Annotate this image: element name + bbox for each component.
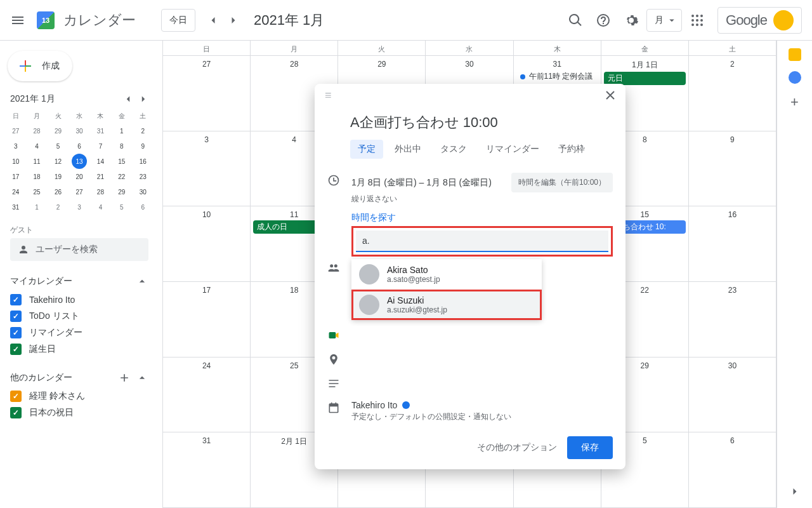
day-cell[interactable]: 6 <box>689 432 776 507</box>
mini-day[interactable]: 25 <box>26 184 47 199</box>
my-calendars-header[interactable]: マイカレンダー <box>5 271 154 291</box>
description-row[interactable] <box>315 372 625 396</box>
calendar-item[interactable]: ToDo リスト <box>5 308 154 324</box>
mini-day[interactable]: 3 <box>5 138 26 154</box>
google-apps-button[interactable] <box>684 8 710 33</box>
create-button[interactable]: 作成 <box>8 51 72 81</box>
event-type-tab[interactable]: リマインダー <box>478 140 547 159</box>
mini-day[interactable]: 11 <box>26 154 47 169</box>
mini-calendar[interactable]: 日月火水木金土272829303112345678910111213141516… <box>5 109 154 215</box>
mini-day[interactable]: 21 <box>90 169 111 184</box>
event-type-tab[interactable]: 予定 <box>350 140 383 159</box>
calendar-checkbox[interactable] <box>10 407 22 418</box>
mini-day[interactable]: 4 <box>90 199 111 215</box>
mini-day[interactable]: 2 <box>133 123 154 138</box>
search-button[interactable] <box>563 8 588 33</box>
mini-day[interactable]: 28 <box>90 184 111 199</box>
add-icon[interactable] <box>118 371 131 384</box>
mini-day[interactable]: 17 <box>5 169 26 184</box>
day-cell[interactable]: 30 <box>689 358 776 432</box>
calendar-checkbox[interactable] <box>10 344 22 355</box>
mini-day[interactable]: 27 <box>69 184 89 199</box>
mini-prev-button[interactable] <box>121 91 136 107</box>
event-chip[interactable]: 午前11時 定例会議 <box>516 70 598 83</box>
day-cell[interactable]: 24 <box>163 358 251 432</box>
help-button[interactable] <box>591 8 616 33</box>
location-row[interactable] <box>315 348 625 372</box>
mini-day[interactable]: 10 <box>5 154 26 169</box>
calendar-item[interactable]: Takehiro Ito <box>5 291 154 308</box>
event-type-tab[interactable]: 外出中 <box>387 140 429 159</box>
mini-next-button[interactable] <box>136 91 151 107</box>
save-button[interactable]: 保存 <box>567 436 613 459</box>
calendar-item[interactable]: 誕生日 <box>5 341 154 358</box>
event-type-tab[interactable]: タスク <box>433 140 475 159</box>
mini-day[interactable]: 23 <box>133 169 154 184</box>
close-button[interactable] <box>600 85 620 105</box>
mini-day[interactable]: 16 <box>133 154 154 169</box>
event-repeat[interactable]: 繰り返さない <box>351 194 613 204</box>
side-panel-add[interactable]: + <box>790 94 799 110</box>
mini-day[interactable]: 9 <box>133 138 154 154</box>
calendar-checkbox[interactable] <box>10 327 22 338</box>
calendar-checkbox[interactable] <box>10 294 22 305</box>
next-period-button[interactable] <box>223 10 244 30</box>
calendar-item[interactable]: 日本の祝日 <box>5 404 154 421</box>
mini-day[interactable]: 24 <box>5 184 26 199</box>
day-cell[interactable]: 17 <box>163 282 251 357</box>
mini-day[interactable]: 6 <box>69 138 89 154</box>
guest-suggestion[interactable]: Ai Suzukia.suzuki@gtest.jp <box>351 290 542 320</box>
mini-day[interactable]: 18 <box>26 169 47 184</box>
view-switcher[interactable]: 月 <box>646 9 682 32</box>
mini-day[interactable]: 12 <box>48 154 69 169</box>
day-cell[interactable]: 2 <box>689 56 776 131</box>
day-cell[interactable]: 3 <box>163 131 251 206</box>
mini-day[interactable]: 30 <box>69 123 89 138</box>
mini-day[interactable]: 15 <box>111 154 132 169</box>
account-avatar[interactable] <box>773 10 794 30</box>
guest-suggestion[interactable]: Akira Satoa.sato@gtest.jp <box>351 259 542 290</box>
add-guests-input[interactable] <box>356 231 608 252</box>
drag-handle-icon[interactable]: ≡ <box>325 89 340 102</box>
mini-day[interactable]: 22 <box>111 169 132 184</box>
guest-search-box[interactable]: ユーザーを検索 <box>10 238 148 261</box>
calendar-item[interactable]: リマインダー <box>5 324 154 341</box>
mini-day[interactable]: 27 <box>5 123 26 138</box>
main-menu-button[interactable] <box>5 8 30 33</box>
mini-day[interactable]: 29 <box>48 123 69 138</box>
mini-day[interactable]: 5 <box>111 199 132 215</box>
day-cell[interactable]: 10 <box>163 206 251 281</box>
owner-calendar-row[interactable]: Takehiro Ito 予定なし・デフォルトの公開設定・通知しない <box>315 396 625 426</box>
keep-icon[interactable] <box>789 48 801 61</box>
mini-day[interactable]: 8 <box>111 138 132 154</box>
mini-day[interactable]: 1 <box>111 123 132 138</box>
side-panel-collapse[interactable] <box>789 485 801 500</box>
other-calendars-header[interactable]: 他のカレンダー <box>5 368 154 388</box>
edit-time-button[interactable]: 時間を編集（午前10:00） <box>511 173 613 192</box>
day-cell[interactable]: 16 <box>689 206 776 281</box>
day-cell[interactable]: 9 <box>689 131 776 206</box>
calendar-item[interactable]: 経理 鈴木さん <box>5 388 154 404</box>
find-time-link[interactable]: 時間を探す <box>351 212 613 224</box>
mini-day[interactable]: 20 <box>69 169 89 184</box>
prev-period-button[interactable] <box>203 10 223 30</box>
event-date-range[interactable]: 1月 8日 (金曜日) – 1月 8日 (金曜日) <box>351 177 492 189</box>
event-title-input[interactable]: A企画打ち合わせ 10:00 <box>315 107 625 140</box>
mini-day[interactable]: 4 <box>26 138 47 154</box>
day-cell[interactable]: 23 <box>689 282 776 357</box>
mini-day[interactable]: 31 <box>5 199 26 215</box>
mini-day[interactable]: 30 <box>133 184 154 199</box>
video-meet-row[interactable] <box>315 324 625 348</box>
mini-day[interactable]: 6 <box>133 199 154 215</box>
event-type-tab[interactable]: 予約枠 <box>551 140 593 159</box>
mini-day[interactable]: 31 <box>90 123 111 138</box>
day-cell[interactable]: 27 <box>163 56 251 131</box>
mini-day[interactable]: 13 <box>69 154 89 169</box>
tasks-icon[interactable] <box>789 71 801 84</box>
mini-day[interactable]: 19 <box>48 169 69 184</box>
mini-day[interactable]: 29 <box>111 184 132 199</box>
event-chip[interactable]: 元日 <box>604 72 686 85</box>
calendar-checkbox[interactable] <box>10 391 22 402</box>
day-cell[interactable]: 31 <box>163 432 251 507</box>
mini-day[interactable]: 7 <box>90 138 111 154</box>
